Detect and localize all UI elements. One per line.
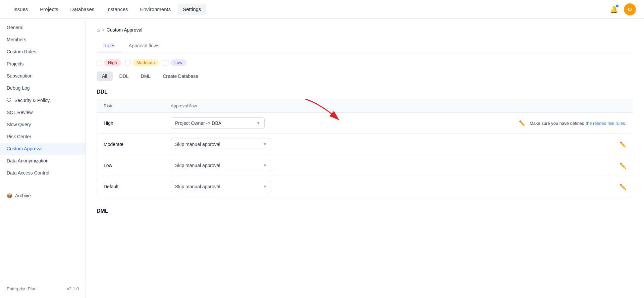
- breadcrumb-home-icon[interactable]: ⌂: [97, 27, 100, 33]
- sidebar-item-projects[interactable]: Projects: [0, 58, 86, 70]
- approval-select-default[interactable]: Skip manual approval ▼: [171, 181, 271, 192]
- chip-checkbox-high[interactable]: [97, 60, 102, 65]
- tab-approval-flows[interactable]: Approval flows: [122, 40, 166, 52]
- filter-chips: High Moderate Low: [97, 59, 633, 66]
- risk-center-label: Risk Center: [7, 134, 31, 139]
- sidebar-item-risk-center[interactable]: Risk Center: [0, 131, 86, 143]
- slow-query-label: Slow Query: [7, 122, 31, 127]
- user-avatar[interactable]: O: [624, 3, 636, 15]
- sidebar-item-subscription[interactable]: Subscription: [0, 70, 86, 82]
- risk-high: High: [104, 120, 171, 126]
- chip-high[interactable]: High: [104, 59, 121, 66]
- nav-databases[interactable]: Databases: [65, 4, 100, 15]
- warning-message: Make sure you have defined: [530, 121, 584, 126]
- archive-icon: 📦: [7, 193, 12, 198]
- table-row: High Project Owner -> DBA ▼ ✏️ Make sure…: [97, 113, 633, 134]
- security-policy-label: Security & Policy: [14, 98, 50, 103]
- chip-moderate[interactable]: Moderate: [132, 59, 159, 66]
- nav-instances[interactable]: Instances: [101, 4, 133, 15]
- row-actions-default: ✏️: [614, 184, 626, 190]
- sidebar-item-sql-review[interactable]: SQL Review: [0, 106, 86, 118]
- chevron-down-icon: ▼: [263, 142, 267, 147]
- chip-low[interactable]: Low: [170, 59, 186, 66]
- debug-log-label: Debug Log: [7, 85, 30, 91]
- row-actions-low: ✏️: [614, 162, 626, 169]
- approval-value-low: Skip manual approval: [175, 163, 220, 168]
- shield-icon: 🛡: [7, 97, 12, 103]
- filter-buttons: All DDL DML Create Database: [97, 71, 633, 81]
- chip-wrapper-high: High: [97, 59, 121, 66]
- filter-ddl[interactable]: DDL: [114, 71, 134, 81]
- breadcrumb-separator: >: [102, 27, 105, 33]
- col-approval-flow: Approval flow: [171, 103, 626, 108]
- sidebar-item-debug-log[interactable]: Debug Log: [0, 82, 86, 94]
- row-actions-high: ✏️ Make sure you have defined the relate…: [514, 120, 626, 127]
- notification-bell[interactable]: 🔔: [608, 3, 620, 15]
- top-nav: Issues Projects Databases Instances Envi…: [0, 0, 644, 19]
- sidebar-item-general[interactable]: General: [0, 21, 86, 34]
- filter-create-database[interactable]: Create Database: [157, 71, 204, 81]
- sql-review-label: SQL Review: [7, 110, 33, 115]
- ddl-table: Risk Approval flow High Project Owner ->…: [97, 99, 633, 197]
- general-label: General: [7, 25, 23, 30]
- chip-wrapper-moderate: Moderate: [125, 59, 159, 66]
- chip-checkbox-moderate[interactable]: [125, 60, 130, 65]
- sidebar-item-custom-roles[interactable]: Custom Roles: [0, 46, 86, 58]
- approval-select-moderate[interactable]: Skip manual approval ▼: [171, 139, 271, 150]
- chevron-down-icon: ▼: [263, 163, 267, 168]
- risk-low: Low: [104, 163, 171, 168]
- custom-approval-label: Custom Approval: [7, 146, 43, 151]
- approval-value-moderate: Skip manual approval: [175, 142, 220, 147]
- table-row: Default Skip manual approval ▼ ✏️: [97, 176, 633, 197]
- table-row: Moderate Skip manual approval ▼ ✏️: [97, 134, 633, 155]
- main-content: ⌂ > Custom Approval Rules Approval flows…: [86, 19, 644, 298]
- approval-select-high[interactable]: Project Owner -> DBA ▼: [171, 117, 265, 129]
- layout: General Members Custom Roles Projects Su…: [0, 19, 644, 298]
- row-actions-moderate: ✏️: [614, 141, 626, 148]
- edit-icon-default[interactable]: ✏️: [620, 184, 626, 190]
- filter-all[interactable]: All: [97, 71, 113, 81]
- edit-icon-high[interactable]: ✏️: [519, 120, 526, 127]
- sidebar-bottom: Enterprise Plan v2.1.0: [0, 282, 86, 295]
- members-label: Members: [7, 37, 26, 42]
- notification-badge: [616, 5, 619, 7]
- projects-label: Projects: [7, 61, 24, 66]
- top-nav-right: 🔔 O: [608, 3, 636, 15]
- nav-issues[interactable]: Issues: [8, 4, 33, 15]
- edit-icon-low[interactable]: ✏️: [620, 162, 626, 169]
- risk-moderate: Moderate: [104, 142, 171, 147]
- warning-link-high[interactable]: the related risk rules.: [586, 121, 626, 126]
- tab-rules[interactable]: Rules: [97, 40, 122, 52]
- data-anonymization-label: Data Anonymization: [7, 158, 49, 163]
- sidebar-item-archive[interactable]: 📦 Archive: [0, 190, 86, 202]
- sidebar-item-slow-query[interactable]: Slow Query: [0, 118, 86, 131]
- approval-value-default: Skip manual approval: [175, 184, 220, 189]
- risk-default: Default: [104, 184, 171, 189]
- nav-projects[interactable]: Projects: [35, 4, 63, 15]
- sidebar-item-members[interactable]: Members: [0, 34, 86, 46]
- filter-dml[interactable]: DML: [136, 71, 156, 81]
- sidebar-item-data-anonymization[interactable]: Data Anonymization: [0, 155, 86, 167]
- edit-icon-moderate[interactable]: ✏️: [620, 141, 626, 148]
- sidebar-item-data-access-control[interactable]: Data Access Control: [0, 167, 86, 179]
- chip-wrapper-low: Low: [163, 59, 186, 66]
- breadcrumb: ⌂ > Custom Approval: [97, 27, 633, 33]
- chip-checkbox-low[interactable]: [163, 60, 168, 65]
- nav-environments[interactable]: Environments: [135, 4, 176, 15]
- sidebar-item-custom-approval[interactable]: Custom Approval: [0, 143, 86, 155]
- dml-section-title: DML: [97, 208, 633, 214]
- nav-links: Issues Projects Databases Instances Envi…: [8, 4, 608, 15]
- sidebar-item-security-policy[interactable]: 🛡 Security & Policy: [0, 94, 86, 106]
- approval-select-low[interactable]: Skip manual approval ▼: [171, 160, 271, 171]
- chevron-down-icon: ▼: [256, 121, 260, 126]
- breadcrumb-current: Custom Approval: [107, 27, 143, 33]
- archive-label: Archive: [15, 193, 31, 198]
- version-label: v2.1.0: [67, 286, 79, 291]
- chevron-down-icon: ▼: [263, 184, 267, 189]
- custom-roles-label: Custom Roles: [7, 49, 36, 54]
- nav-settings[interactable]: Settings: [177, 4, 206, 15]
- data-access-control-label: Data Access Control: [7, 170, 49, 176]
- col-risk: Risk: [104, 103, 171, 108]
- table-row: Low Skip manual approval ▼ ✏️: [97, 155, 633, 176]
- tabs: Rules Approval flows: [97, 40, 633, 52]
